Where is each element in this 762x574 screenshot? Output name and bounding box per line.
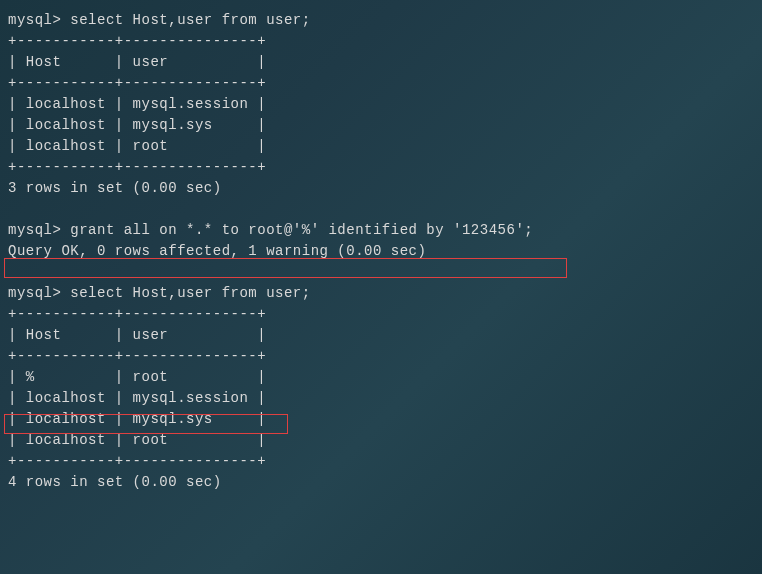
table-row: | % | root |	[8, 367, 754, 388]
mysql-prompt: mysql>	[8, 285, 70, 301]
blank-line	[8, 262, 754, 283]
query1-line: mysql> select Host,user from user;	[8, 10, 754, 31]
sql-command: select Host,user from user;	[70, 12, 310, 28]
table-separator: +-----------+---------------+	[8, 73, 754, 94]
grant-result: Query OK, 0 rows affected, 1 warning (0.…	[8, 241, 754, 262]
table-row: | localhost | mysql.sys |	[8, 409, 754, 430]
table-separator: +-----------+---------------+	[8, 346, 754, 367]
result-footer: 3 rows in set (0.00 sec)	[8, 178, 754, 199]
query2-line: mysql> select Host,user from user;	[8, 283, 754, 304]
grant-line: mysql> grant all on *.* to root@'%' iden…	[8, 220, 754, 241]
table-separator: +-----------+---------------+	[8, 451, 754, 472]
blank-line	[8, 199, 754, 220]
table-row: | localhost | mysql.sys |	[8, 115, 754, 136]
table-row: | localhost | root |	[8, 430, 754, 451]
table-header: | Host | user |	[8, 52, 754, 73]
result-footer: 4 rows in set (0.00 sec)	[8, 472, 754, 493]
table-row: | localhost | mysql.session |	[8, 94, 754, 115]
mysql-prompt: mysql>	[8, 12, 70, 28]
table-separator: +-----------+---------------+	[8, 304, 754, 325]
table-header: | Host | user |	[8, 325, 754, 346]
terminal-output: mysql> select Host,user from user; +----…	[8, 10, 754, 493]
sql-command: grant all on *.* to root@'%' identified …	[70, 222, 533, 238]
table-separator: +-----------+---------------+	[8, 157, 754, 178]
table-row: | localhost | root |	[8, 136, 754, 157]
sql-command: select Host,user from user;	[70, 285, 310, 301]
mysql-prompt: mysql>	[8, 222, 70, 238]
table-row: | localhost | mysql.session |	[8, 388, 754, 409]
table-separator: +-----------+---------------+	[8, 31, 754, 52]
